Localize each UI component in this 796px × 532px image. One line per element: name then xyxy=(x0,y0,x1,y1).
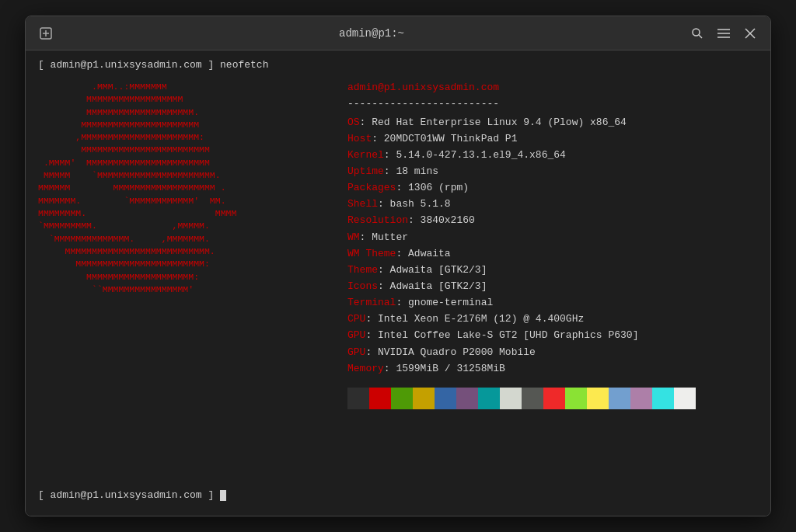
info-field: Uptime: 18 mins xyxy=(347,164,758,179)
system-info: admin@p1.unixsysadmin.com --------------… xyxy=(341,79,758,473)
menu-button[interactable] xyxy=(713,23,735,44)
color-swatch xyxy=(522,388,543,409)
color-swatch xyxy=(456,388,478,409)
color-swatch xyxy=(369,388,391,409)
color-swatch xyxy=(652,388,674,409)
separator-line: ------------------------- xyxy=(347,97,758,112)
color-swatch xyxy=(543,388,565,409)
info-field: Terminal: gnome-terminal xyxy=(347,295,758,311)
titlebar-controls xyxy=(686,23,761,44)
add-tab-icon[interactable] xyxy=(35,23,57,44)
info-field: Resolution: 3840x2160 xyxy=(347,213,758,228)
cursor xyxy=(220,490,226,501)
color-swatch xyxy=(413,388,435,409)
info-field: Icons: Adwaita [GTK2/3] xyxy=(347,279,758,294)
titlebar: admin@p1:~ xyxy=(26,16,770,50)
color-swatch xyxy=(391,388,413,409)
info-field: Host: 20MDCT01WW ThinkPad P1 xyxy=(347,131,758,147)
color-swatch xyxy=(674,388,696,409)
info-field: Shell: bash 5.1.8 xyxy=(347,196,758,212)
color-swatch xyxy=(435,388,456,409)
info-field: CPU: Intel Xeon E-2176M (12) @ 4.400GHz xyxy=(347,311,758,327)
username-line: admin@p1.unixsysadmin.com xyxy=(347,81,758,96)
info-field: OS: Red Hat Enterprise Linux 9.4 (Plow) … xyxy=(347,115,758,130)
info-field: WM: Mutter xyxy=(347,230,758,245)
titlebar-left xyxy=(35,23,57,44)
info-field: WM Theme: Adwaita xyxy=(347,246,758,262)
bottom-prompt: [ admin@p1.unixsysadmin.com ] xyxy=(38,489,758,503)
color-swatch xyxy=(347,388,369,409)
info-field: GPU: Intel Coffee Lake-S GT2 [UHD Graphi… xyxy=(347,328,758,343)
neofetch-output: .MMM..:MMMMMMM MMMMMMMMMMMMMMMMMM MMMMMM… xyxy=(38,79,758,473)
color-swatch xyxy=(478,388,500,409)
color-swatch xyxy=(565,388,587,409)
info-field: Theme: Adwaita [GTK2/3] xyxy=(347,263,758,278)
info-field: Packages: 1306 (rpm) xyxy=(347,180,758,196)
color-swatch xyxy=(609,388,630,409)
search-button[interactable] xyxy=(686,23,708,44)
info-field: GPU: NVIDIA Quadro P2000 Mobile xyxy=(347,345,758,360)
command-line: [ admin@p1.unixsysadmin.com ] neofetch xyxy=(38,58,758,73)
color-swatch xyxy=(500,388,522,409)
svg-point-3 xyxy=(693,29,700,36)
color-swatch xyxy=(587,388,609,409)
ascii-art: .MMM..:MMMMMMM MMMMMMMMMMMMMMMMMM MMMMMM… xyxy=(38,79,341,473)
terminal-body[interactable]: [ admin@p1.unixsysadmin.com ] neofetch .… xyxy=(26,50,770,516)
info-field: Kernel: 5.14.0-427.13.1.el9_4.x86_64 xyxy=(347,148,758,163)
info-field: Memory: 1599MiB / 31258MiB xyxy=(347,361,758,377)
color-swatches xyxy=(347,388,758,409)
terminal-window: admin@p1:~ xyxy=(25,16,771,516)
window-title: admin@p1:~ xyxy=(57,27,686,40)
close-button[interactable] xyxy=(739,23,761,44)
color-swatch xyxy=(630,388,652,409)
svg-line-4 xyxy=(699,35,702,38)
